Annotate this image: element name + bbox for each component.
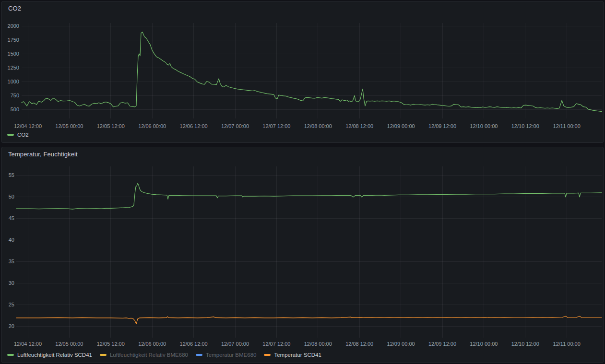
y-axis-tick-label: 20 [9,323,14,329]
y-axis-tick-label: 1500 [8,51,19,57]
y-axis-tick-label: 30 [9,280,14,286]
x-axis-tick-label: 12/05 12:00 [97,341,125,347]
legend-swatch-icon [264,354,271,356]
x-axis-tick-label: 12/07 12:00 [262,123,290,129]
x-axis-tick-label: 12/10 12:00 [511,341,539,347]
x-axis-tick-label: 12/07 00:00 [221,341,249,347]
x-axis-tick-label: 12/06 12:00 [180,341,208,347]
legend-swatch-icon [100,354,107,356]
x-axis-tick-label: 12/10 00:00 [470,123,498,129]
panel-co2: CO2 2000175015001250100075050012/04 12:0… [1,1,604,143]
y-axis-tick-label: 55 [9,172,14,178]
temperatur-feuchtigkeit-legend: Luftfeuchtigkeit Relativ SCD41Luftfeucht… [7,352,329,358]
x-axis-tick-label: 12/08 00:00 [304,341,332,347]
co2-legend: CO2 [7,132,36,138]
legend-item-luftfeuchtigkeit-relativ-scd41[interactable]: Luftfeuchtigkeit Relativ SCD41 [7,352,92,358]
y-axis-tick-label: 35 [9,258,14,264]
legend-label: CO2 [17,132,29,138]
legend-label: Temperatur SCD41 [274,352,321,358]
y-axis-tick-label: 50 [9,194,14,200]
y-axis-tick-label: 2000 [8,23,19,29]
y-axis-tick-label: 40 [9,237,14,243]
x-axis-tick-label: 12/07 12:00 [262,341,290,347]
x-axis-tick-label: 12/04 12:00 [14,341,42,347]
x-axis-tick-label: 12/10 12:00 [511,123,539,129]
y-axis-tick-label: 500 [11,106,19,112]
legend-label: Luftfeuchtigkeit Relativ BME680 [110,352,188,358]
x-axis-tick-label: 12/08 12:00 [345,341,373,347]
y-axis-tick-label: 1250 [8,65,19,70]
x-axis-tick-label: 12/06 12:00 [180,123,208,129]
y-axis-tick-label: 750 [11,93,19,98]
panel-title-temperatur-feuchtigkeit[interactable]: Temperatur, Feuchtigkeit [8,151,78,158]
y-axis-tick-label: 45 [9,215,14,221]
x-axis-tick-label: 12/11 00:00 [553,123,581,129]
legend-item-luftfeuchtigkeit-relativ-bme680[interactable]: Luftfeuchtigkeit Relativ BME680 [100,352,188,358]
x-axis-tick-label: 12/09 12:00 [428,341,456,347]
panel-title-co2[interactable]: CO2 [8,5,21,12]
x-axis-tick-label: 12/09 12:00 [428,123,456,129]
series-line-temperatur-scd41 [16,316,602,324]
x-axis-tick-label: 12/06 00:00 [138,123,166,129]
x-axis-tick-label: 12/11 00:00 [553,341,581,347]
x-axis-tick-label: 12/04 12:00 [14,123,42,129]
x-axis-tick-label: 12/06 00:00 [138,341,166,347]
series-line-co2 [22,32,602,112]
legend-swatch-icon [7,354,14,356]
legend-item-temperatur-scd41[interactable]: Temperatur SCD41 [264,352,321,358]
series-line-luftfeuchtigkeit-relativ-scd41 [16,183,602,209]
y-axis-tick-label: 1000 [8,79,19,84]
legend-item-temperatur-bme680[interactable]: Temperatur BME680 [196,352,256,358]
legend-label: Luftfeuchtigkeit Relativ SCD41 [17,352,92,358]
x-axis-tick-label: 12/05 00:00 [55,123,83,129]
grafana-dashboard: CO2 2000175015001250100075050012/04 12:0… [0,0,605,364]
x-axis-tick-label: 12/08 00:00 [304,123,332,129]
x-axis-tick-label: 12/09 00:00 [387,123,415,129]
x-axis-tick-label: 12/10 00:00 [470,341,498,347]
temperatur-feuchtigkeit-chart[interactable]: 555045403530252012/04 12:0012/05 00:0012… [2,147,603,350]
panel-temperatur-feuchtigkeit: Temperatur, Feuchtigkeit 555045403530252… [1,147,604,363]
x-axis-tick-label: 12/07 00:00 [221,123,249,129]
x-axis-tick-label: 12/09 00:00 [387,341,415,347]
legend-item-co2[interactable]: CO2 [7,132,29,138]
legend-label: Temperatur BME680 [206,352,256,358]
x-axis-tick-label: 12/08 12:00 [345,123,373,129]
legend-swatch-icon [196,354,202,356]
co2-chart[interactable]: 2000175015001250100075050012/04 12:0012/… [2,1,603,131]
y-axis-tick-label: 1750 [8,37,19,43]
legend-swatch-icon [7,134,14,136]
y-axis-tick-label: 25 [9,302,14,307]
x-axis-tick-label: 12/05 00:00 [55,341,83,347]
x-axis-tick-label: 12/05 12:00 [97,123,125,129]
